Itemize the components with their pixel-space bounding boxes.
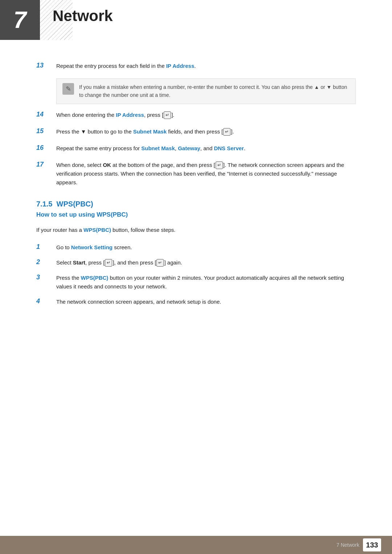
sub-step-1: 1 Go to Network Setting screen.: [36, 243, 356, 252]
step-15: 15 Press the ▼ button to go to the Subne…: [36, 127, 356, 136]
footer-page-number: 133: [363, 538, 381, 551]
enter-key-icon-sub2b: ↵: [156, 259, 164, 267]
sub-step-4-text: The network connection screen appears, a…: [56, 297, 356, 306]
sub-step-4: 4 The network connection screen appears,…: [36, 297, 356, 306]
chapter-number: 7: [13, 7, 26, 33]
step-13-number: 13: [36, 62, 56, 69]
section-715: 7.1.5 WPS(PBC) How to set up using WPS(P…: [36, 200, 356, 234]
main-content: 13 Repeat the entry process for each fie…: [0, 40, 392, 342]
section-715-number: 7.1.5 WPS(PBC): [36, 200, 356, 208]
enter-key-icon-15: ↵: [223, 128, 230, 136]
step-13-note: ✎ If you make a mistake when entering a …: [56, 78, 356, 104]
chapter-number-box: 7: [0, 0, 40, 40]
step-16: 16 Repeat the same entry process for Sub…: [36, 144, 356, 153]
sub-step-1-text: Go to Network Setting screen.: [56, 243, 356, 252]
step-14: 14 When done entering the IP Address, pr…: [36, 111, 356, 119]
step-13-text: Repeat the entry process for each field …: [56, 62, 356, 70]
step-15-number: 15: [36, 127, 56, 135]
sub-step-3-number: 3: [36, 274, 56, 281]
step-17-text: When done, select OK at the bottom of th…: [56, 161, 356, 187]
step-15-text: Press the ▼ button to go to the Subnet M…: [56, 127, 356, 136]
step-14-text: When done entering the IP Address, press…: [56, 111, 356, 119]
enter-key-icon-sub2a: ↵: [105, 259, 112, 267]
enter-key-icon-17: ↵: [216, 161, 223, 169]
step-16-text: Repeat the same entry process for Subnet…: [56, 144, 356, 153]
note-icon: ✎: [62, 83, 74, 95]
section-715-intro: If your router has a WPS(PBC) button, fo…: [36, 226, 356, 234]
page-footer: 7 Network 133: [0, 536, 392, 554]
sub-step-3: 3 Press the WPS(PBC) button on your rout…: [36, 274, 356, 291]
section-715-subtitle: How to set up using WPS(PBC): [36, 211, 356, 218]
sub-step-3-text: Press the WPS(PBC) button on your router…: [56, 274, 356, 291]
sub-step-2-text: Select Start, press [↵], and then press …: [56, 258, 356, 267]
step-17: 17 When done, select OK at the bottom of…: [36, 161, 356, 187]
sub-step-1-number: 1: [36, 243, 56, 251]
footer-label: 7 Network: [336, 542, 359, 548]
step-17-number: 17: [36, 161, 56, 168]
step-13: 13 Repeat the entry process for each fie…: [36, 62, 356, 70]
sub-step-2: 2 Select Start, press [↵], and then pres…: [36, 258, 356, 267]
chapter-title: Network: [53, 7, 113, 25]
step-14-number: 14: [36, 111, 56, 118]
step-16-number: 16: [36, 144, 56, 152]
note-text: If you make a mistake when entering a nu…: [79, 83, 350, 99]
sub-step-2-number: 2: [36, 258, 56, 266]
page-header: 7 Network: [0, 0, 392, 40]
enter-key-icon-14: ↵: [164, 111, 171, 119]
sub-step-4-number: 4: [36, 297, 56, 305]
